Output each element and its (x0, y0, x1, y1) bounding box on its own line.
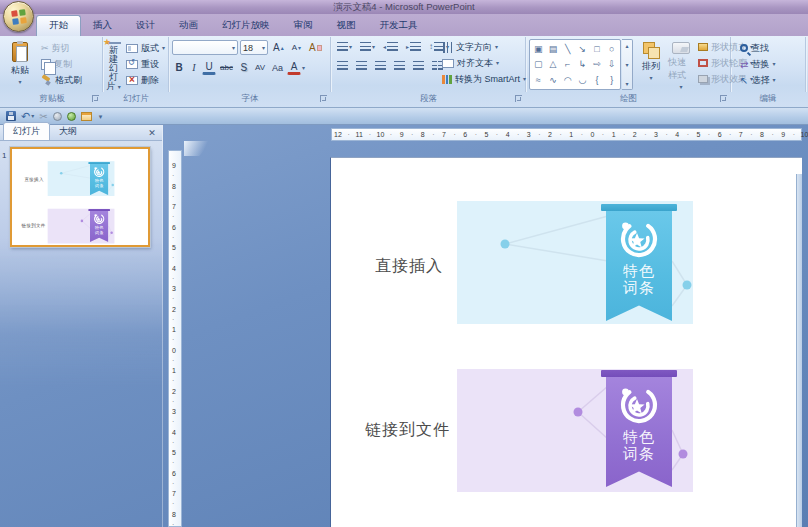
office-button[interactable] (3, 1, 34, 32)
shape-ellipse-icon[interactable]: ○ (609, 44, 614, 54)
shape-right-brace-icon[interactable]: } (610, 75, 613, 85)
group-label-clipboard: 剪贴板 (2, 93, 102, 105)
change-case-button[interactable]: Aa (269, 60, 286, 75)
shape-freeform-icon[interactable]: ≈ (536, 75, 541, 85)
justify-button[interactable] (391, 58, 408, 73)
replace-button[interactable]: ⇄ 替换 ▾ (737, 56, 805, 72)
delete-button[interactable]: 删除 (123, 72, 168, 88)
qat-grayed-button[interactable]: ✂ (39, 111, 47, 122)
shape-gallery-scroll[interactable]: ▴ ▾ ▾ (622, 39, 633, 90)
panel-tab-outline[interactable]: 大纲 (50, 123, 86, 140)
clipboard-dialog-launcher[interactable] (92, 95, 99, 102)
undo-button[interactable]: ↶▾ (21, 111, 34, 121)
layout-button[interactable]: 版式 ▾ (123, 40, 168, 56)
shape-elbow-connector-icon[interactable]: ⌐ (565, 59, 570, 69)
format-painter-button[interactable]: 格式刷 (38, 72, 85, 88)
font-name-combo[interactable]: ▾ (172, 40, 238, 55)
shrink-font-button[interactable]: A▾ (289, 40, 304, 55)
shapes-scroll-up-icon[interactable]: ▴ (625, 42, 628, 49)
qat-customize-button[interactable]: ▾ (99, 113, 103, 120)
save-button[interactable] (6, 111, 16, 121)
text-shadow-button[interactable]: S (237, 60, 251, 75)
distribute-button[interactable] (410, 58, 427, 73)
shape-left-brace-icon[interactable]: { (595, 75, 598, 85)
tab-animation[interactable]: 动画 (167, 16, 210, 36)
shape-rounded-rectangle-icon[interactable]: ▢ (534, 59, 543, 69)
slide-canvas[interactable]: 直接插入 链接到文件 特色 词条 (330, 157, 802, 527)
reset-button[interactable]: 重设 (123, 56, 168, 72)
shape-arrow-line-icon[interactable]: ↘ (579, 44, 587, 54)
vertical-scrollbar[interactable] (796, 174, 802, 527)
section-label-direct-insert[interactable]: 直接插入 (24, 177, 43, 183)
character-spacing-button[interactable]: AV (252, 60, 268, 75)
convert-smartart-button[interactable]: 转换为 SmartArt ▾ (439, 71, 529, 87)
copy-button[interactable]: 复制 (38, 56, 85, 72)
numbering-button[interactable]: ▾ (357, 39, 378, 54)
arrange-button[interactable]: 排列 ▾ (637, 37, 665, 91)
banner-text: 特色 词条 (623, 262, 655, 296)
tab-home[interactable]: 开始 (36, 15, 81, 36)
section-label-link-to-file[interactable]: 链接到文件 (365, 420, 450, 441)
font-color-button[interactable]: A (287, 60, 301, 75)
qat-gray-orb-button[interactable] (53, 112, 62, 121)
qat-window-button[interactable] (81, 112, 92, 121)
shape-triangle-icon[interactable]: △ (550, 59, 557, 69)
align-text-button[interactable]: 对齐文本 ▾ (439, 55, 529, 71)
shapes-scroll-down-icon[interactable]: ▾ (625, 61, 628, 68)
banner-graphic-purple[interactable]: 特色 词条 (606, 370, 672, 487)
increase-indent-button[interactable]: ▸ (403, 39, 424, 54)
shape-block-arrow-down-icon[interactable]: ⇩ (608, 59, 616, 69)
drawing-dialog-launcher[interactable] (720, 95, 727, 102)
banner-top-bar (601, 370, 677, 377)
shape-line-icon[interactable]: ╲ (565, 44, 570, 54)
banner-graphic-purple[interactable]: 特色 词条 (90, 209, 109, 242)
tab-view[interactable]: 视图 (325, 16, 368, 36)
text-direction-button[interactable]: 文字方向 ▾ (439, 39, 529, 55)
panel-close-button[interactable]: ✕ (146, 127, 158, 139)
select-button[interactable]: ↖ 选择 ▾ (737, 72, 805, 88)
decrease-indent-button[interactable]: ◂ (380, 39, 401, 54)
shape-curve-icon[interactable]: ◡ (578, 75, 586, 85)
align-left-button[interactable] (334, 58, 351, 73)
banner-graphic-cyan[interactable]: 特色 词条 (606, 204, 672, 321)
tab-slideshow[interactable]: 幻灯片放映 (210, 16, 282, 36)
font-color-dropdown-icon[interactable]: ▾ (302, 65, 305, 71)
shape-scribble-icon[interactable]: ∿ (549, 75, 557, 85)
shape-picture-frame-icon[interactable]: ▤ (549, 44, 558, 54)
paste-button[interactable]: 粘贴 ▾ (2, 37, 38, 91)
quick-styles-button[interactable]: 快速样式 ▾ (667, 37, 695, 91)
tab-review[interactable]: 审阅 (282, 16, 325, 36)
shape-arc-icon[interactable]: ◠ (564, 75, 572, 85)
bullets-button[interactable]: ▾ (334, 39, 355, 54)
slide-thumbnail[interactable]: 直接插入 链接到文件 特色 词条 (10, 147, 150, 247)
italic-button[interactable]: I (187, 60, 201, 75)
paragraph-dialog-launcher[interactable] (515, 95, 522, 102)
shape-action-button-icon[interactable]: ▣ (534, 44, 543, 54)
tab-design[interactable]: 设计 (124, 16, 167, 36)
shape-rectangle-icon[interactable]: □ (594, 44, 599, 54)
tab-insert[interactable]: 插入 (81, 16, 124, 36)
align-center-button[interactable] (353, 58, 370, 73)
cut-button[interactable]: ✂ 剪切 (38, 40, 85, 56)
clear-formatting-button[interactable]: A (306, 40, 325, 55)
bold-button[interactable]: B (172, 60, 186, 75)
underline-button[interactable]: U (202, 60, 216, 75)
align-right-button[interactable] (372, 58, 389, 73)
font-dialog-launcher[interactable] (320, 95, 327, 102)
section-label-link-to-file[interactable]: 链接到文件 (22, 223, 46, 229)
find-button[interactable]: 查找 (737, 40, 805, 56)
grow-font-button[interactable]: A▴ (270, 40, 287, 55)
copy-icon (41, 59, 51, 70)
tab-developer[interactable]: 开发工具 (368, 16, 430, 36)
font-size-combo[interactable]: 18 ▾ (240, 40, 268, 55)
shapes-more-icon[interactable]: ▾ (625, 80, 628, 87)
ribbon: 粘贴 ▾ ✂ 剪切 复制 格式刷 剪贴板 (0, 36, 808, 108)
panel-tab-slides[interactable]: 幻灯片 (3, 122, 50, 140)
new-slide-button[interactable]: 新建 幻灯片 ▾ (104, 37, 123, 91)
section-label-direct-insert[interactable]: 直接插入 (375, 256, 443, 277)
strikethrough-button[interactable]: abc (217, 60, 236, 75)
shape-block-arrow-right-icon[interactable]: ⇨ (593, 59, 601, 69)
shape-elbow-arrow-icon[interactable]: ↳ (579, 59, 587, 69)
qat-green-orb-button[interactable] (67, 112, 76, 121)
banner-graphic-cyan[interactable]: 特色 词条 (90, 162, 109, 195)
